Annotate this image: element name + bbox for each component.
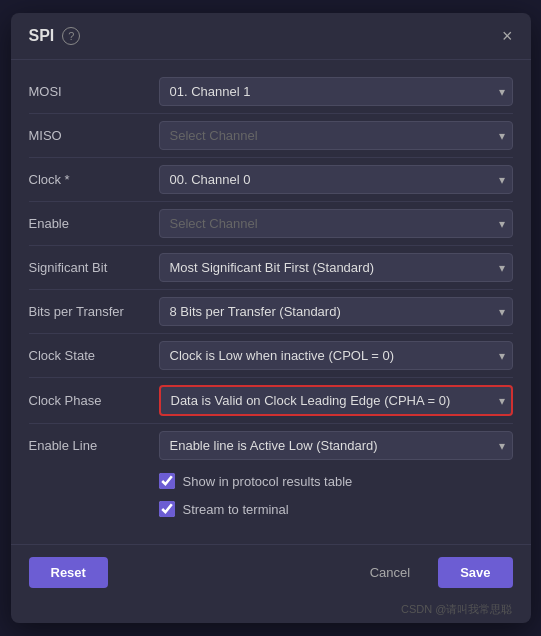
label-significant_bit: Significant Bit: [29, 260, 159, 275]
reset-button[interactable]: Reset: [29, 557, 108, 588]
label-clock_phase: Clock Phase: [29, 393, 159, 408]
checkbox-label-show_protocol: Show in protocol results table: [183, 474, 353, 489]
dialog-body: MOSI01. Channel 1MISOSelect ChannelClock…: [11, 60, 531, 544]
footer-right: Cancel Save: [352, 557, 513, 588]
select-enable[interactable]: Select Channel: [159, 209, 513, 238]
watermark: CSDN @请叫我常思聪: [11, 600, 531, 623]
field-row-mosi: MOSI01. Channel 1: [29, 70, 513, 114]
field-row-clock_state: Clock StateClock is Low when inactive (C…: [29, 334, 513, 378]
dialog-footer: Reset Cancel Save: [11, 544, 531, 600]
dialog-header: SPI ? ×: [11, 13, 531, 60]
spi-dialog: SPI ? × MOSI01. Channel 1MISOSelect Chan…: [11, 13, 531, 623]
cancel-button[interactable]: Cancel: [352, 557, 428, 588]
field-row-enable: EnableSelect Channel: [29, 202, 513, 246]
label-bits_per_transfer: Bits per Transfer: [29, 304, 159, 319]
field-row-enable_line: Enable LineEnable line is Active Low (St…: [29, 424, 513, 467]
label-clock_state: Clock State: [29, 348, 159, 363]
checkbox-row-show_protocol: Show in protocol results table: [159, 467, 513, 495]
checkbox-show_protocol[interactable]: [159, 473, 175, 489]
field-row-clock_phase: Clock PhaseData is Valid on Clock Leadin…: [29, 378, 513, 424]
select-significant_bit[interactable]: Most Significant Bit First (Standard): [159, 253, 513, 282]
select-enable_line[interactable]: Enable line is Active Low (Standard): [159, 431, 513, 460]
select-miso[interactable]: Select Channel: [159, 121, 513, 150]
field-row-miso: MISOSelect Channel: [29, 114, 513, 158]
field-row-clock: Clock *00. Channel 0: [29, 158, 513, 202]
label-clock: Clock *: [29, 172, 159, 187]
save-button[interactable]: Save: [438, 557, 512, 588]
select-mosi[interactable]: 01. Channel 1: [159, 77, 513, 106]
dialog-title: SPI: [29, 27, 55, 45]
select-bits_per_transfer[interactable]: 8 Bits per Transfer (Standard): [159, 297, 513, 326]
select-clock[interactable]: 00. Channel 0: [159, 165, 513, 194]
checkbox-stream_terminal[interactable]: [159, 501, 175, 517]
close-icon[interactable]: ×: [502, 27, 513, 45]
checkbox-label-stream_terminal: Stream to terminal: [183, 502, 289, 517]
field-row-significant_bit: Significant BitMost Significant Bit Firs…: [29, 246, 513, 290]
label-enable: Enable: [29, 216, 159, 231]
label-mosi: MOSI: [29, 84, 159, 99]
select-clock_state[interactable]: Clock is Low when inactive (CPOL = 0): [159, 341, 513, 370]
label-miso: MISO: [29, 128, 159, 143]
label-enable_line: Enable Line: [29, 438, 159, 453]
checkbox-row-stream_terminal: Stream to terminal: [159, 495, 513, 523]
help-icon[interactable]: ?: [62, 27, 80, 45]
field-row-bits_per_transfer: Bits per Transfer8 Bits per Transfer (St…: [29, 290, 513, 334]
select-clock_phase[interactable]: Data is Valid on Clock Leading Edge (CPH…: [159, 385, 513, 416]
